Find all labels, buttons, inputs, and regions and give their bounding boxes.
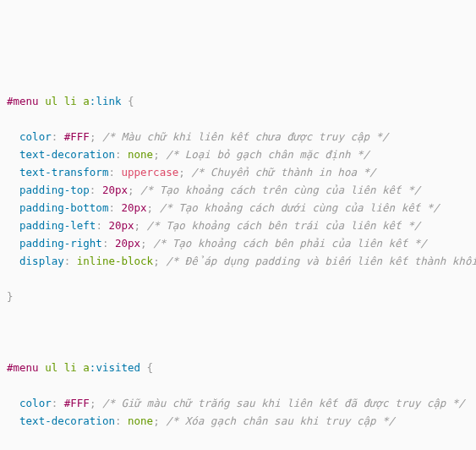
declaration-line: display: inline-block; /* Để áp dụng pad… [7,252,469,270]
declaration-line: color: #FFF; /* Màu chữ khi liên kết chư… [7,128,469,145]
declaration-line: padding-bottom: 20px; /* Tạo khoảng cách… [7,199,469,217]
declaration-line: padding-left: 20px; /* Tạo khoảng cách b… [7,217,469,234]
declaration-line: text-decoration: none; /* Xóa gạch chân … [7,412,469,430]
declaration-line: text-decoration: none; /* Loại bỏ gạch c… [7,145,469,163]
selector-line: #menu ul li a:link { [7,92,469,110]
declaration-line: color: #FFF; /* Giữ màu chữ trắng sau kh… [7,394,469,412]
declaration-line: padding-top: 20px; /* Tạo khoảng cách tr… [7,181,469,199]
code-block: #menu ul li a:link { color: #FFF; /* Màu… [7,74,469,450]
close-brace: } [7,288,469,305]
declaration-line: padding-right: 20px; /* Tạo khoảng cách … [7,234,469,252]
selector-line: #menu ul li a:visited { [7,359,469,376]
declaration-line: text-transform: uppercase; /* Chuyển chữ… [7,163,469,181]
